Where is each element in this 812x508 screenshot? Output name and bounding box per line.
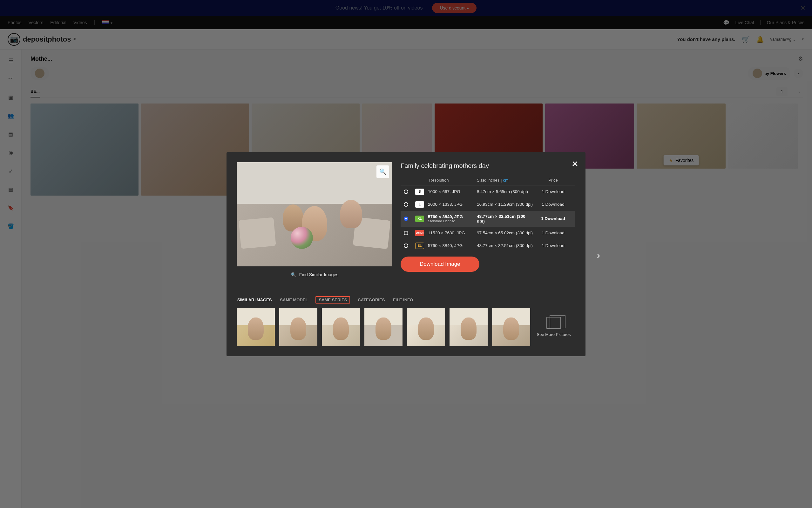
see-more-label: See More Pictures [537, 332, 571, 337]
size-option-row[interactable]: S 1000 × 667, JPG 8.47cm × 5.65cm (300 d… [401, 185, 575, 198]
price-text: 1 Download [534, 243, 572, 248]
size-option-row[interactable]: EL 5760 × 3840, JPG 48.77cm × 32.51cm (3… [401, 240, 575, 252]
size-option-row[interactable]: SUPER 11520 × 7680, JPG 97.54cm × 65.02c… [401, 227, 575, 240]
resolution-text: 5760 × 3840, JPG [428, 243, 477, 248]
size-badge: S [415, 188, 424, 195]
resolution-text: 2000 × 1333, JPG [428, 202, 477, 207]
th-resolution: Resolution [429, 178, 477, 182]
see-more-button[interactable]: See More Pictures [535, 308, 573, 346]
size-badge: EL [415, 243, 424, 249]
stack-icon [546, 317, 561, 329]
th-price: Price [534, 178, 572, 182]
radio-icon [404, 216, 408, 221]
price-text: 1 Download [534, 189, 572, 194]
similar-thumb[interactable] [492, 308, 530, 346]
size-cm-toggle[interactable]: cm [503, 178, 509, 182]
th-size: Size: Inches | cm [477, 178, 534, 182]
image-detail-modal: ✕ › 🔍 🔍 Find Similar Images [227, 152, 585, 356]
tab-same-series[interactable]: SAME SERIES [316, 296, 350, 303]
tab-similar-images[interactable]: SIMILAR IMAGES [237, 296, 272, 303]
size-table-header: Resolution Size: Inches | cm Price [401, 175, 575, 185]
close-button[interactable]: ✕ [571, 159, 578, 169]
size-option-row[interactable]: L 2000 × 1333, JPG 16.93cm × 11.29cm (30… [401, 198, 575, 211]
tab-file-info[interactable]: FILE INFO [392, 296, 414, 303]
tab-same-model[interactable]: SAME MODEL [279, 296, 309, 303]
download-button[interactable]: Download Image [401, 257, 479, 272]
tab-categories[interactable]: CATEGORIES [357, 296, 385, 303]
radio-icon [404, 244, 408, 248]
dimensions-text: 97.54cm × 65.02cm (300 dpi) [477, 230, 534, 235]
size-inches-toggle[interactable]: Inches [487, 178, 499, 182]
resolution-text: 11520 × 7680, JPG [428, 230, 477, 235]
size-badge: XL [415, 216, 424, 222]
dimensions-text: 48.77cm × 32.51cm (300 dpi) [477, 243, 534, 248]
similar-thumb[interactable] [279, 308, 317, 346]
radio-icon [404, 231, 408, 235]
similar-thumb[interactable] [237, 308, 275, 346]
search-icon: 🔍 [291, 272, 296, 277]
modal-overlay[interactable]: ✕ › 🔍 🔍 Find Similar Images [0, 0, 812, 508]
similar-thumb[interactable] [407, 308, 445, 346]
next-image-button[interactable]: › [597, 250, 600, 261]
dimensions-text: 48.77cm × 32.51cm (300 dpi) [477, 214, 534, 223]
resolution-text: 1000 × 667, JPG [428, 189, 477, 194]
similar-thumb[interactable] [449, 308, 488, 346]
size-badge: L [415, 201, 424, 208]
similar-thumb[interactable] [364, 308, 403, 346]
dimensions-text: 8.47cm × 5.65cm (300 dpi) [477, 189, 534, 194]
size-option-row[interactable]: XL 5760 × 3840, JPGStandard License 48.7… [401, 211, 575, 227]
modal-tabs: SIMILAR IMAGES SAME MODEL SAME SERIES CA… [237, 296, 575, 303]
resolution-text: 5760 × 3840, JPGStandard License [428, 214, 477, 223]
find-similar-link[interactable]: 🔍 Find Similar Images [237, 272, 392, 277]
image-title: Family celebrating mothers day [401, 162, 575, 170]
radio-icon [404, 189, 408, 194]
dimensions-text: 16.93cm × 11.29cm (300 dpi) [477, 202, 534, 207]
price-text: 1 Download [534, 216, 572, 221]
price-text: 1 Download [534, 202, 572, 207]
zoom-icon[interactable]: 🔍 [376, 165, 389, 178]
price-text: 1 Download [534, 230, 572, 235]
find-similar-label: Find Similar Images [299, 272, 339, 277]
similar-thumb[interactable] [322, 308, 360, 346]
similar-thumbnails: See More Pictures [237, 308, 575, 346]
image-preview[interactable]: 🔍 [237, 162, 392, 266]
radio-icon [404, 202, 408, 207]
size-badge: SUPER [415, 230, 424, 236]
